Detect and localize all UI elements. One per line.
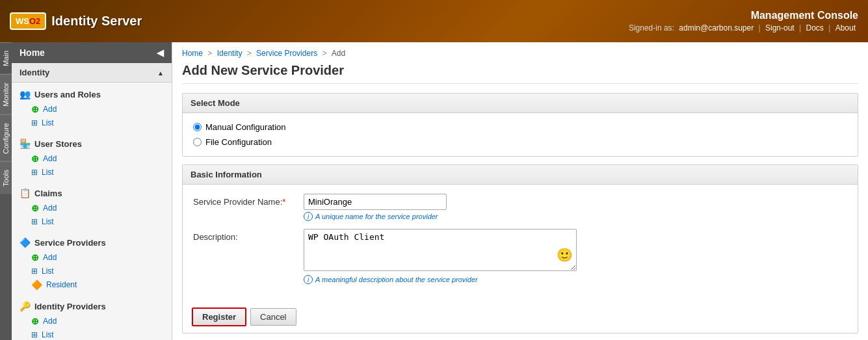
- app-title: Identity Server: [51, 14, 142, 29]
- description-label: Description:: [193, 229, 304, 242]
- required-marker: *: [282, 197, 285, 207]
- file-config-radio[interactable]: [193, 138, 202, 146]
- register-button[interactable]: Register: [192, 307, 246, 326]
- add-icon: ⊕: [31, 316, 39, 326]
- manual-config-radio[interactable]: [193, 123, 202, 131]
- sp-add-label: Add: [43, 253, 57, 262]
- idp-add-label: Add: [43, 317, 57, 326]
- list-icon: ⊞: [31, 217, 38, 226]
- user-stores-label: User Stores: [34, 139, 82, 149]
- sidebar-category-users-roles: 👥 Users and Roles: [12, 85, 172, 102]
- textarea-wrapper: WP OAuth Client 🙂: [304, 229, 577, 273]
- sp-name-field: i A unique name for the service provider: [304, 194, 847, 221]
- side-tab-tools[interactable]: Tools: [0, 161, 12, 194]
- sidebar-item-sp-list[interactable]: ⊞ List: [12, 265, 172, 278]
- mgmt-console-title: Management Console: [629, 10, 858, 21]
- page-title: Add New Service Provider: [182, 63, 858, 84]
- select-mode-body: Manual Configuration File Configuration: [183, 113, 858, 156]
- sidebar-item-sp-resident[interactable]: 🔶 Resident: [12, 278, 172, 292]
- sidebar-item-stores-list[interactable]: ⊞ List: [12, 166, 172, 179]
- list-icon: ⊞: [31, 118, 38, 127]
- stores-list-label: List: [42, 168, 54, 177]
- breadcrumb-home[interactable]: Home: [182, 49, 203, 58]
- list-icon: ⊞: [31, 330, 38, 339]
- add-icon: ⊕: [31, 203, 39, 213]
- sidebar-item-claims-list[interactable]: ⊞ List: [12, 215, 172, 228]
- identity-section-header[interactable]: Identity: [12, 63, 172, 83]
- add-icon: ⊕: [31, 252, 39, 263]
- claims-icon: 📋: [20, 188, 31, 198]
- users-roles-label: Users and Roles: [34, 90, 101, 99]
- sp-name-input[interactable]: [304, 194, 447, 210]
- about-link[interactable]: About: [835, 23, 856, 33]
- sidebar-item-users-list[interactable]: ⊞ List: [12, 116, 172, 129]
- breadcrumb-service-providers[interactable]: Service Providers: [256, 49, 317, 58]
- sep3: |: [828, 23, 832, 33]
- signed-in-label: Signed-in as:: [629, 23, 674, 33]
- sidebar-home[interactable]: Home ◀: [12, 42, 172, 63]
- identity-label: Identity: [20, 68, 49, 77]
- manual-config-label: Manual Configuration: [205, 122, 286, 132]
- basic-info-body: Service Provider Name:* i A unique name …: [183, 185, 858, 301]
- header-right: Management Console Signed-in as: admin@c…: [629, 10, 858, 33]
- side-tab-monitor[interactable]: Monitor: [0, 74, 12, 114]
- sep2: |: [799, 23, 803, 33]
- sp-name-hint-text: A unique name for the service provider: [315, 213, 438, 220]
- docs-link[interactable]: Docs: [806, 23, 824, 33]
- identity-collapse-arrow: [157, 68, 164, 77]
- breadcrumb-identity[interactable]: Identity: [217, 49, 243, 58]
- description-hint: i A meaningful description about the ser…: [304, 275, 847, 284]
- list-icon: ⊞: [31, 267, 38, 276]
- description-row: Description: WP OAuth Client 🙂 i A meani…: [193, 229, 847, 284]
- idp-label: Identity Providers: [34, 302, 106, 311]
- side-tab-main[interactable]: Main: [0, 42, 12, 74]
- sidebar-category-sp: 🔷 Service Providers: [12, 233, 172, 250]
- claims-list-label: List: [42, 217, 54, 226]
- description-field: WP OAuth Client 🙂 i A meaningful descrip…: [304, 229, 847, 284]
- side-tab-configure[interactable]: Configure: [0, 114, 12, 162]
- store-icon: 🏪: [20, 138, 31, 149]
- sidebar-item-users-add[interactable]: ⊕ Add: [12, 102, 172, 116]
- side-tabs: Main Monitor Configure Tools: [0, 42, 12, 340]
- manual-config-option: Manual Configuration: [193, 122, 847, 132]
- claims-label: Claims: [34, 189, 62, 198]
- hint-icon: i: [304, 212, 313, 221]
- user-stores-group: 🏪 User Stores ⊕ Add ⊞ List: [12, 132, 172, 181]
- claims-add-label: Add: [43, 203, 57, 213]
- select-mode-section: Select Mode Manual Configuration File Co…: [182, 93, 858, 157]
- sidebar-item-stores-add[interactable]: ⊕ Add: [12, 151, 172, 166]
- sidebar-category-user-stores: 🏪 User Stores: [12, 135, 172, 151]
- sidebar-category-idp: 🔑 Identity Providers: [12, 297, 172, 314]
- sign-out-link[interactable]: Sign-out: [765, 23, 795, 33]
- sp-resident-label: Resident: [46, 280, 77, 289]
- select-mode-header: Select Mode: [183, 94, 858, 113]
- main-layout: Main Monitor Configure Tools Home ◀ Iden…: [0, 42, 868, 340]
- signed-in-user[interactable]: admin@carbon.super: [679, 23, 754, 33]
- sidebar-identity-section: Identity 👥 Users and Roles ⊕ Add ⊞ List: [12, 63, 172, 340]
- wso2-logo: WSO2: [10, 12, 46, 30]
- logo-area: WSO2 Identity Server: [10, 12, 142, 30]
- sidebar: Home ◀ Identity 👥 Users and Roles ⊕ Add: [12, 42, 172, 340]
- sep1: |: [759, 23, 763, 33]
- sidebar-item-sp-add[interactable]: ⊕ Add: [12, 250, 172, 265]
- resident-icon: 🔶: [31, 280, 42, 290]
- cancel-button[interactable]: Cancel: [250, 308, 296, 326]
- breadcrumb-add: Add: [332, 49, 345, 58]
- sidebar-category-claims: 📋 Claims: [12, 184, 172, 201]
- sidebar-item-idp-list[interactable]: ⊞ List: [12, 328, 172, 340]
- basic-info-section: Basic Information Service Provider Name:…: [182, 164, 858, 333]
- sidebar-item-claims-add[interactable]: ⊕ Add: [12, 201, 172, 215]
- sidebar-item-idp-add[interactable]: ⊕ Add: [12, 314, 172, 328]
- sp-icon: 🔷: [20, 237, 31, 248]
- idp-icon: 🔑: [20, 301, 31, 311]
- description-textarea[interactable]: WP OAuth Client: [304, 229, 577, 271]
- users-and-roles-group: 👥 Users and Roles ⊕ Add ⊞ List: [12, 83, 172, 132]
- sp-name-row: Service Provider Name:* i A unique name …: [193, 194, 847, 221]
- users-add-label: Add: [43, 105, 57, 114]
- description-hint-text: A meaningful description about the servi…: [315, 276, 478, 283]
- content-area: Home > Identity > Service Providers > Ad…: [172, 42, 868, 340]
- identity-providers-group: 🔑 Identity Providers ⊕ Add ⊞ List 🔶 Resi…: [12, 294, 172, 340]
- hint-icon: i: [304, 275, 313, 284]
- list-icon: ⊞: [31, 168, 38, 177]
- breadcrumb: Home > Identity > Service Providers > Ad…: [182, 49, 858, 58]
